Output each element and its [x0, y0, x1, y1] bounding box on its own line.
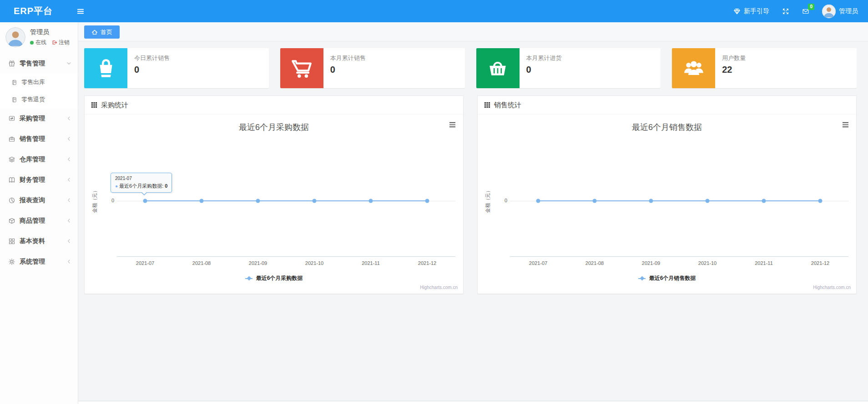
stat-card-value: 0: [134, 65, 170, 75]
sidebar-item-9[interactable]: 基本资料: [0, 231, 78, 251]
data-point-marker[interactable]: [143, 199, 147, 203]
sidebar-item-label: 销售管理: [20, 135, 45, 143]
sidebar-item-label: 零售退货: [21, 95, 45, 104]
x-axis-tick-label: 2021-11: [362, 260, 380, 266]
sidebar-item-label: 报表查询: [20, 196, 45, 204]
tab-home[interactable]: 首页: [84, 25, 120, 39]
fullscreen-icon: [782, 8, 789, 15]
x-axis-tick-label: 2021-12: [811, 260, 829, 266]
purchase-chart: 最近6个月采购数据 金额（元） 0 2021-07●最近6个月采购数据: 0 2…: [85, 115, 463, 294]
data-point-marker[interactable]: [200, 199, 204, 203]
sales-chart: 最近6个月销售数据 金额（元） 0 2021-072021-082021-092…: [478, 115, 856, 294]
sidebar-item-0[interactable]: 零售管理: [0, 53, 78, 74]
x-axis-tick-label: 2021-11: [755, 260, 773, 266]
user-menu[interactable]: 管理员: [822, 5, 858, 18]
sidebar-item-label: 商品管理: [20, 217, 45, 225]
sidebar-item-label: 基本资料: [20, 237, 45, 245]
data-point-marker[interactable]: [762, 199, 766, 203]
highcharts-credits-link[interactable]: Highcharts.com.cn: [420, 285, 458, 290]
data-point-marker[interactable]: [369, 199, 373, 203]
sidebar-item-5[interactable]: 仓库管理: [0, 149, 78, 170]
data-point-marker[interactable]: [256, 199, 260, 203]
y-axis-tick: 0: [103, 198, 114, 203]
stat-card: 本月累计销售0: [280, 48, 465, 88]
sidebar-toggle-button[interactable]: [76, 7, 85, 15]
top-navbar: ERP平台 新手引导 0 管理员: [0, 0, 868, 22]
data-point-marker[interactable]: [649, 199, 653, 203]
legend-item[interactable]: 最近6个月销售数据: [478, 274, 856, 282]
charts-row: 采购统计 最近6个月采购数据 金额（元） 0 2021-07●最近6个月采购数据…: [84, 95, 857, 294]
users-icon: [672, 48, 715, 88]
guide-label: 新手引导: [744, 7, 769, 15]
tooltip-body: ●最近6个月采购数据: 0: [115, 183, 167, 190]
logout-link[interactable]: 注销: [51, 39, 70, 46]
stat-card-value: 0: [330, 65, 366, 75]
x-axis-tick-label: 2021-07: [529, 260, 547, 266]
sidebar-user-name: 管理员: [30, 28, 70, 36]
layers-icon: [8, 156, 15, 163]
tab-home-label: 首页: [101, 28, 112, 36]
chevron-down-icon: [66, 61, 71, 66]
data-point-marker[interactable]: [593, 199, 597, 203]
sales-stats-panel: 销售统计 最近6个月销售数据 金额（元） 0 2021-072021-08202…: [477, 95, 857, 294]
data-point-marker[interactable]: [706, 199, 710, 203]
sidebar-item-3[interactable]: 采购管理: [0, 108, 78, 129]
tooltip-series-dot: ●: [115, 184, 118, 189]
sidebar-item-6[interactable]: 财务管理: [0, 170, 78, 190]
legend-marker: [638, 278, 646, 279]
package-icon: [8, 217, 15, 224]
x-axis: 2021-072021-082021-092021-102021-112021-…: [117, 260, 455, 267]
briefcase-icon: [8, 135, 15, 143]
sidebar-avatar: [5, 27, 25, 47]
navbar-user-name: 管理员: [839, 7, 858, 15]
sidebar-item-10[interactable]: 系统管理: [0, 251, 78, 272]
messages-button[interactable]: 0: [802, 8, 809, 15]
y-axis-tick: 0: [496, 198, 507, 203]
sidebar-user-panel: 管理员 在线 注销: [0, 22, 78, 53]
panel-title: 销售统计: [494, 101, 521, 110]
data-point-marker[interactable]: [818, 199, 823, 203]
sidebar-subitem-1[interactable]: 零售出库: [0, 74, 78, 91]
logout-icon: [51, 40, 57, 45]
guide-button[interactable]: 新手引导: [733, 7, 769, 15]
sidebar-item-4[interactable]: 销售管理: [0, 129, 78, 149]
x-axis-tick-label: 2021-07: [136, 260, 154, 266]
stat-card: 本月累计进货0: [476, 48, 661, 88]
stat-card-label: 本月累计销售: [330, 54, 366, 62]
plot-area: 0 2021-07●最近6个月采购数据: 0: [117, 133, 455, 257]
cart-icon: [280, 48, 323, 88]
fullscreen-button[interactable]: [782, 8, 789, 15]
chart-context-menu-button[interactable]: [842, 122, 849, 128]
x-axis-tick-label: 2021-12: [418, 260, 436, 266]
sidebar-item-7[interactable]: 报表查询: [0, 190, 78, 210]
x-axis-tick-label: 2021-09: [249, 260, 267, 266]
legend-label: 最近6个月销售数据: [649, 274, 696, 282]
gem-icon: [733, 8, 741, 15]
stat-card-label: 今日累计销售: [134, 54, 170, 62]
grid-icon: [8, 238, 15, 245]
chevron-left-icon: [66, 116, 71, 121]
legend-label: 最近6个月采购数据: [256, 274, 303, 282]
th-grid-icon: [484, 102, 490, 108]
data-point-marker[interactable]: [425, 199, 429, 203]
data-point-marker[interactable]: [313, 199, 317, 203]
sidebar-item-label: 零售出库: [21, 78, 45, 86]
app-logo: ERP平台: [14, 5, 68, 17]
basket-icon: [476, 48, 520, 88]
tooltip-header: 2021-07: [115, 176, 167, 181]
gift-icon: [8, 60, 15, 67]
series-line: [538, 200, 820, 201]
chevron-left-icon: [66, 157, 71, 162]
y-axis-label: 金额（元）: [484, 182, 491, 219]
chevron-left-icon: [66, 259, 71, 264]
stat-card: 今日累计销售0: [84, 48, 269, 88]
legend-item[interactable]: 最近6个月采购数据: [85, 274, 463, 282]
highcharts-credits-link[interactable]: Highcharts.com.cn: [813, 285, 851, 290]
sidebar-subitem-2[interactable]: 零售退货: [0, 91, 78, 108]
online-status-dot: [30, 41, 34, 45]
chart-context-menu-button[interactable]: [449, 122, 456, 128]
data-point-marker[interactable]: [536, 199, 540, 203]
online-status-label: 在线: [35, 39, 46, 46]
sidebar-item-8[interactable]: 商品管理: [0, 210, 78, 231]
purchase-stats-panel: 采购统计 最近6个月采购数据 金额（元） 0 2021-07●最近6个月采购数据…: [84, 95, 464, 294]
